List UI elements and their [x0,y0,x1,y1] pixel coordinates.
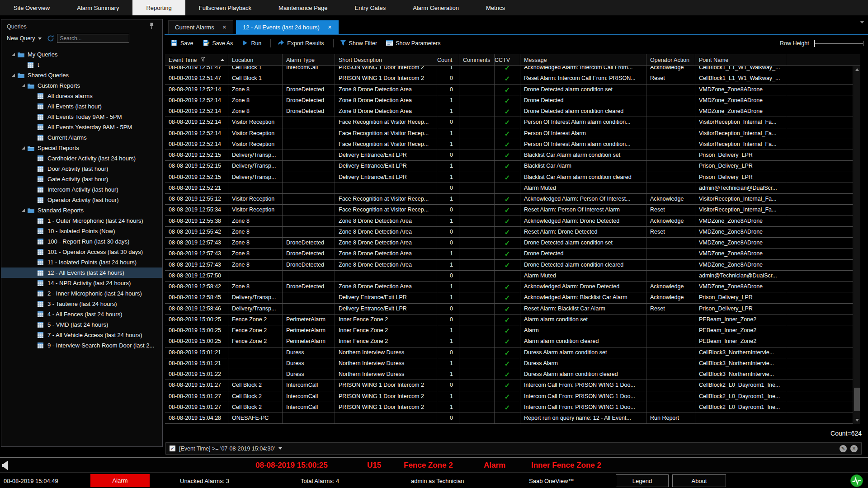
tree-item-standard-reports[interactable]: Standard Reports [1,205,162,216]
tree-item-my-queries[interactable]: My Queries [1,49,162,60]
column-header-count[interactable]: Count [437,54,459,66]
tree-item-all-events-yesterday-9am-5pm[interactable]: All Events Yesterday 9AM - 5PM [1,122,162,132]
filter-dropdown-icon[interactable] [278,447,282,450]
tree-item-all-duress-alarms[interactable]: All duress alarms [1,91,162,101]
expander-icon[interactable] [19,209,28,212]
speaker-icon[interactable] [1,460,10,473]
table-row[interactable]: 08-08-2019 12:55:34Visitor ReceptionFace… [165,205,853,216]
doc-tab-current-alarms[interactable]: Current Alarms✕ [168,20,233,34]
filter-remove-icon[interactable]: ✕ [850,445,858,452]
table-row[interactable]: 08-08-2019 15:04:28ONESAFE-PC0Report run… [165,413,853,424]
tab-overflow-chevron-icon[interactable] [860,23,864,32]
new-query-button[interactable]: New Query [7,35,42,42]
nav-tab-fullscreen-playback[interactable]: Fullscreen Playback [185,0,265,15]
column-header-short-description[interactable]: Short Description [335,54,437,66]
scroll-up-arrow-icon[interactable] [853,66,861,73]
tree-item-2-inner-microphonic-last-24-hours[interactable]: 2 - Inner Microphonic (last 24 hours) [1,288,162,299]
column-header-operator-action[interactable]: Operator Action [646,54,695,66]
column-header-comments[interactable]: Comments [459,54,495,66]
table-row[interactable]: 08-08-2019 12:52:14Zone 8DroneDetectedZo… [165,106,853,117]
tree-item-14-npr-activity-last-24-hours[interactable]: 14 - NPR Activity (last 24 hours) [1,278,162,288]
column-header-message[interactable]: Message [520,54,646,66]
table-row[interactable]: 08-08-2019 12:52:14Zone 8DroneDetectedZo… [165,84,853,95]
table-row[interactable]: 08-08-2019 15:00:25Fence Zone 2Perimeter… [165,336,853,347]
tree-item-door-activity-last-hour[interactable]: Door Activity (last hour) [1,164,162,174]
table-row[interactable]: 08-08-2019 12:55:42Zone 8Zone 8 Drone De… [165,227,853,238]
table-row[interactable]: 08-08-2019 12:57:43Zone 8DroneDetectedZo… [165,238,853,249]
table-row[interactable]: 08-08-2019 12:57:43Zone 8DroneDetectedZo… [165,260,853,271]
tree-item-current-alarms[interactable]: Current Alarms [1,132,162,143]
pin-icon[interactable] [149,23,154,31]
tree-item-11-isolated-points-last-24-hours[interactable]: 11 - Isolated Points (last 24 hours) [1,257,162,267]
close-icon[interactable]: ✕ [222,24,226,30]
column-header-point-name[interactable]: Point Name [695,54,786,66]
show-parameters-button[interactable]: Show Parameters [386,40,440,47]
row-height-slider-track[interactable] [815,43,863,44]
table-row[interactable]: 08-08-2019 12:52:14Visitor ReceptionFace… [165,117,853,128]
search-input[interactable] [57,34,129,43]
table-row[interactable]: 08-08-2019 12:52:14Visitor ReceptionFace… [165,139,853,150]
tree-item-100-report-run-last-30-days[interactable]: 100 - Report Run (last 30 days) [1,236,162,247]
column-filter-icon[interactable] [197,57,205,63]
table-row[interactable]: 08-08-2019 12:55:38Zone 8Zone 8 Drone De… [165,216,853,227]
table-row[interactable]: 08-08-2019 12:52:14Zone 8DroneDetectedZo… [165,95,853,106]
nav-tab-alarm-generation[interactable]: Alarm Generation [399,0,472,15]
tree-item-7-all-vehicle-access-last-24-hours[interactable]: 7 - All Vehicle Access (last 24 hours) [1,330,162,340]
close-icon[interactable]: ✕ [328,24,332,30]
tree-item-5-vmd-last-24-hours[interactable]: 5 - VMD (last 24 hours) [1,319,162,330]
table-row[interactable]: 08-08-2019 12:52:15Delivery/Transp...Del… [165,150,853,161]
table-row[interactable]: 08-08-2019 12:52:15Delivery/Transp...Del… [165,161,853,172]
table-row[interactable]: 08-08-2019 15:01:27Cell Block 2IntercomC… [165,380,853,391]
table-row[interactable]: 08-08-2019 12:52:15Delivery/Transp...Del… [165,172,853,183]
table-row[interactable]: 08-08-2019 12:57:43Zone 8DroneDetectedZo… [165,249,853,259]
table-row[interactable]: 08-08-2019 15:00:25Fence Zone 2Perimeter… [165,314,853,325]
tree-item-all-events-last-hour[interactable]: All Events (last hour) [1,101,162,112]
tree-item-shared-queries[interactable]: Shared Queries [1,70,162,80]
table-row[interactable]: 08-08-2019 15:00:25Fence Zone 2Perimeter… [165,325,853,336]
show-filter-button[interactable]: Show Filter [340,40,377,47]
column-header-location[interactable]: Location [228,54,283,66]
table-row[interactable]: 08-08-2019 12:52:210Alarm Mutedadmin@Tec… [165,183,853,194]
table-row[interactable]: 08-08-2019 15:01:27Cell Block 2IntercomC… [165,391,853,402]
tree-item-operator-activity-last-hour[interactable]: Operator Activity (last hour) [1,195,162,205]
system-health-icon[interactable] [850,474,863,488]
expander-icon[interactable] [9,74,18,77]
nav-tab-site-overview[interactable]: Site Overview [0,0,63,15]
save-as-button[interactable]: Save As [203,39,233,47]
table-row[interactable]: 08-08-2019 12:57:500Alarm Mutedadmin@Tec… [165,271,853,282]
tree-item-special-reports[interactable]: Special Reports [1,143,162,153]
table-row[interactable]: 08-08-2019 15:01:27Cell Block 2IntercomC… [165,402,853,413]
save-button[interactable]: Save [171,39,193,47]
sort-ascending-icon[interactable] [221,59,224,61]
expander-icon[interactable] [9,53,18,56]
filter-expression[interactable]: [Event Time] >= '07-08-2019 15:04:30' [179,446,275,452]
table-row[interactable]: 08-08-2019 12:58:46Delivery/Transp...Del… [165,304,853,314]
nav-tab-entry-gates[interactable]: Entry Gates [341,0,400,15]
table-row[interactable]: 08-08-2019 15:01:22DuressNorthern Interv… [165,369,853,380]
about-button[interactable]: About [672,474,726,487]
table-row[interactable]: 08-08-2019 12:58:45Delivery/Transp...Del… [165,292,853,303]
tree-item-3-tautwire-last-24-hours[interactable]: 3 - Tautwire (last 24 hours) [1,299,162,309]
alarm-status-badge[interactable]: Alarm [90,474,150,487]
tree-item-gate-activity-last-hour[interactable]: Gate Activity (last hour) [1,174,162,184]
table-row[interactable]: 08-08-2019 15:01:21DuressNorthern Interv… [165,347,853,358]
filter-checkbox[interactable]: ✓ [170,446,175,451]
column-header-cctv[interactable]: CCTV [495,54,520,66]
refresh-icon[interactable] [47,35,54,42]
tree-item-9-interview-search-room-door-last-2[interactable]: 9 - Interview-Search Room Door (last 2..… [1,340,162,351]
table-row[interactable]: 08-08-2019 12:51:47Cell Block 1PRISON WI… [165,73,853,84]
export-results-button[interactable]: Export Results [277,40,324,47]
table-row[interactable]: 08-08-2019 12:55:12Visitor ReceptionFace… [165,194,853,205]
tree-item-4-all-fences-last-24-hours[interactable]: 4 - All Fences (last 24 hours) [1,309,162,319]
tree-item-101-operator-access-last-30-days[interactable]: 101 - Operator Access (last 30 days) [1,247,162,257]
column-header-event-time[interactable]: Event Time [165,54,228,66]
tree-item-cardholder-activity-last-24-hours[interactable]: Cardholder Activity (last 24 hours) [1,153,162,164]
table-row[interactable]: 08-08-2019 12:58:42Zone 8DroneDetectedZo… [165,282,853,292]
vertical-scrollbar[interactable] [853,66,860,424]
tree-item-1-outer-microphonic-last-24-hours[interactable]: 1 - Outer Microphonic (last 24 hours) [1,216,162,226]
nav-tab-alarm-summary[interactable]: Alarm Summary [63,0,132,15]
nav-tab-reporting[interactable]: Reporting [132,0,185,15]
doc-tab-12-all-events-last-24-hours[interactable]: 12 - All Events (last 24 hours)✕ [236,20,339,34]
filter-edit-icon[interactable]: ✎ [840,445,847,452]
run-button[interactable]: Run [242,40,261,47]
